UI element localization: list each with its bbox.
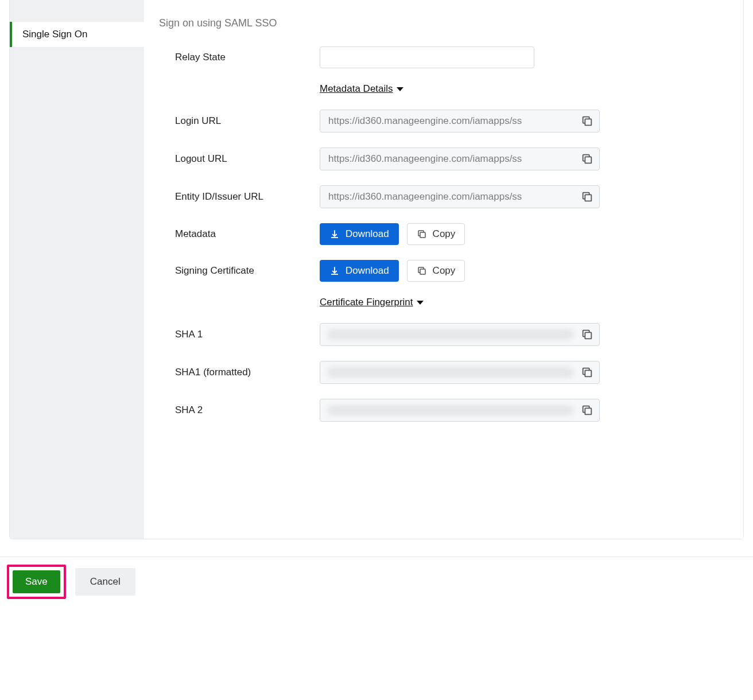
cancel-label: Cancel	[90, 576, 121, 587]
row-sha1f: SHA1 (formatted)	[159, 361, 728, 384]
chevron-down-icon	[417, 301, 424, 305]
copy-icon[interactable]	[581, 404, 593, 417]
divider	[0, 557, 753, 557]
copy-icon[interactable]	[581, 190, 593, 203]
row-relay-state: Relay State	[159, 46, 728, 68]
row-entity-id: Entity ID/Issuer URL https://id360.manag…	[159, 185, 728, 208]
label-signing-cert: Signing Certificate	[159, 265, 320, 277]
login-url-field: https://id360.manageengine.com/iamapps/s…	[320, 110, 600, 133]
chevron-down-icon	[397, 87, 403, 91]
copy-icon[interactable]	[581, 153, 593, 165]
relay-state-input[interactable]	[320, 46, 534, 68]
settings-panel: Single Sign On Sign on using SAML SSO Re…	[9, 0, 744, 539]
metadata-details-toggle[interactable]: Metadata Details	[320, 83, 403, 95]
copy-icon	[417, 229, 427, 239]
cert-fingerprint-toggle[interactable]: Certificate Fingerprint	[320, 297, 424, 308]
copy-label: Copy	[433, 265, 456, 277]
save-label: Save	[25, 576, 48, 587]
save-highlight: Save	[7, 565, 66, 599]
sidebar: Single Sign On	[10, 0, 144, 539]
row-login-url: Login URL https://id360.manageengine.com…	[159, 110, 728, 133]
svg-rect-0	[585, 119, 591, 125]
copy-label: Copy	[433, 228, 456, 240]
download-cert-button[interactable]: Download	[320, 260, 399, 282]
login-url-value: https://id360.manageengine.com/iamapps/s…	[328, 115, 522, 127]
row-cert-fingerprint: Certificate Fingerprint	[159, 297, 728, 308]
label-sha2: SHA 2	[159, 405, 320, 416]
svg-rect-5	[585, 332, 591, 339]
redacted-value	[327, 329, 574, 340]
metadata-details-label: Metadata Details	[320, 83, 393, 95]
download-label: Download	[346, 265, 389, 277]
label-relay-state: Relay State	[159, 52, 320, 63]
copy-metadata-button[interactable]: Copy	[407, 223, 465, 245]
sha1-field	[320, 323, 600, 346]
label-logout-url: Logout URL	[159, 153, 320, 165]
download-metadata-button[interactable]: Download	[320, 223, 399, 245]
copy-cert-button[interactable]: Copy	[407, 260, 465, 282]
download-label: Download	[346, 228, 389, 240]
row-sha2: SHA 2	[159, 399, 728, 422]
svg-rect-4	[420, 269, 425, 274]
sha1f-field	[320, 361, 600, 384]
redacted-value	[327, 405, 574, 415]
copy-icon[interactable]	[581, 366, 593, 379]
svg-rect-1	[585, 157, 591, 163]
sidebar-item-label: Single Sign On	[22, 29, 87, 40]
copy-icon[interactable]	[581, 328, 593, 341]
redacted-value	[327, 367, 574, 378]
row-metadata: Metadata Download Copy	[159, 223, 728, 245]
download-icon	[329, 229, 340, 239]
row-metadata-details: Metadata Details	[159, 83, 728, 95]
download-icon	[329, 266, 340, 276]
main-content: Sign on using SAML SSO Relay State Metad…	[144, 0, 743, 539]
label-entity-id: Entity ID/Issuer URL	[159, 191, 320, 203]
section-subtitle: Sign on using SAML SSO	[159, 17, 728, 29]
cancel-button[interactable]: Cancel	[75, 568, 135, 596]
logout-url-value: https://id360.manageengine.com/iamapps/s…	[328, 153, 522, 165]
label-metadata: Metadata	[159, 228, 320, 240]
row-logout-url: Logout URL https://id360.manageengine.co…	[159, 147, 728, 170]
entity-id-value: https://id360.manageengine.com/iamapps/s…	[328, 191, 522, 203]
label-login-url: Login URL	[159, 115, 320, 127]
svg-rect-2	[585, 195, 591, 201]
svg-rect-6	[585, 370, 591, 376]
label-sha1f: SHA1 (formatted)	[159, 367, 320, 378]
action-bar: Save Cancel	[7, 565, 135, 599]
svg-rect-7	[585, 408, 591, 414]
sidebar-item-sso[interactable]: Single Sign On	[10, 22, 144, 47]
label-sha1: SHA 1	[159, 329, 320, 340]
logout-url-field: https://id360.manageengine.com/iamapps/s…	[320, 147, 600, 170]
cert-fingerprint-label: Certificate Fingerprint	[320, 297, 413, 308]
svg-rect-3	[420, 232, 425, 238]
sha2-field	[320, 399, 600, 422]
save-button[interactable]: Save	[13, 570, 60, 593]
copy-icon[interactable]	[581, 115, 593, 127]
row-sha1: SHA 1	[159, 323, 728, 346]
entity-id-field: https://id360.manageengine.com/iamapps/s…	[320, 185, 600, 208]
copy-icon	[417, 266, 427, 276]
row-signing-cert: Signing Certificate Download Copy	[159, 260, 728, 282]
